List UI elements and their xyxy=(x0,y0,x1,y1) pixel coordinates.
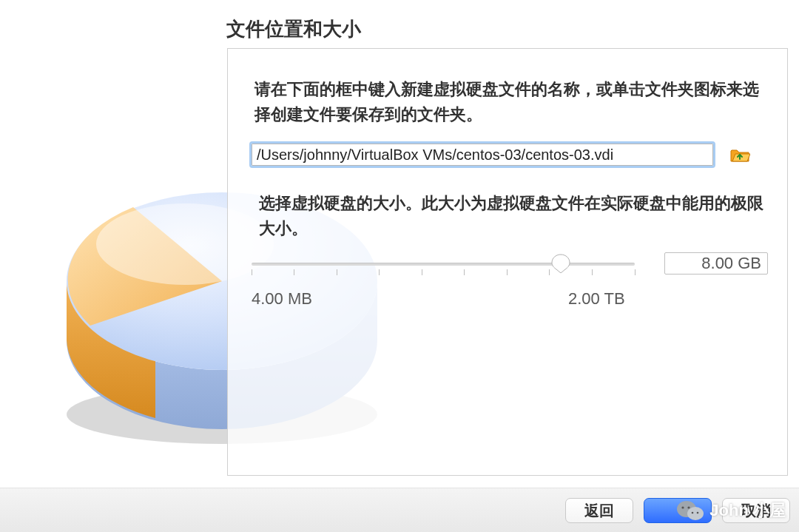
folder-open-icon xyxy=(729,146,750,164)
disk-size-value[interactable]: 8.00 GB xyxy=(664,252,768,275)
slider-thumb-icon xyxy=(551,254,570,273)
browse-folder-button[interactable] xyxy=(729,146,750,164)
slider-thumb[interactable] xyxy=(551,254,570,273)
wizard-footer: 返回 取消 取消 xyxy=(0,488,799,532)
page-title: 文件位置和大小 xyxy=(226,16,361,42)
primary-button[interactable]: 取消 xyxy=(644,498,712,523)
filepath-input[interactable] xyxy=(252,144,713,166)
slider-ticks xyxy=(252,269,635,277)
slider-min-label: 4.00 MB xyxy=(252,289,312,309)
cancel-button[interactable]: 取消 xyxy=(722,498,790,523)
back-button[interactable]: 返回 xyxy=(565,498,633,523)
wizard-panel: 请在下面的框中键入新建虚拟硬盘文件的名称，或单击文件夹图标来选择创建文件要保存到… xyxy=(227,48,788,476)
slider-track xyxy=(252,263,635,266)
instruction-filename: 请在下面的框中键入新建虚拟硬盘文件的名称，或单击文件夹图标来选择创建文件要保存到… xyxy=(254,77,765,127)
slider-max-label: 2.00 TB xyxy=(568,289,625,309)
instruction-size: 选择虚拟硬盘的大小。此大小为虚拟硬盘文件在实际硬盘中能用的极限大小。 xyxy=(259,191,765,241)
